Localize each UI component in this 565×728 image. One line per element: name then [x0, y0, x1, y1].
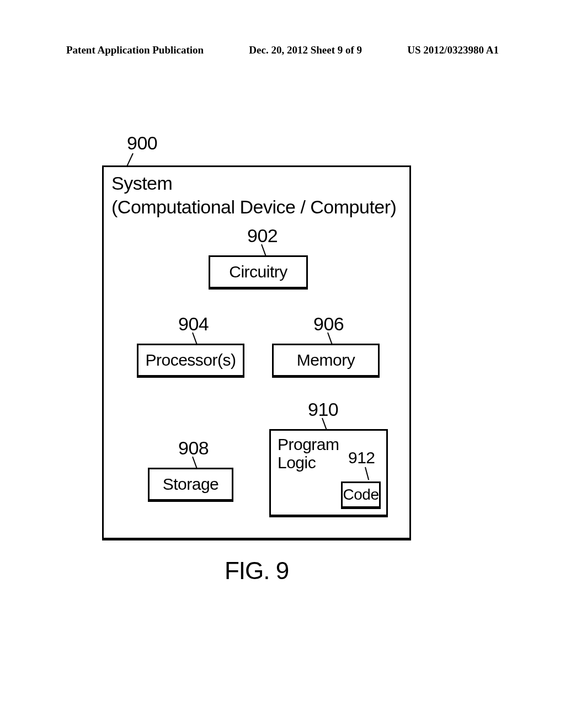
- leader-900: [127, 153, 134, 167]
- system-box: System (Computational Device / Computer)…: [102, 165, 411, 540]
- page: Patent Application Publication Dec. 20, …: [0, 0, 565, 728]
- processors-label: Processor(s): [145, 351, 236, 370]
- figure-9: 900 System (Computational Device / Compu…: [102, 160, 411, 574]
- program-logic-label-line2: Logic: [278, 453, 339, 472]
- storage-box: Storage: [148, 468, 233, 502]
- header-center: Dec. 20, 2012 Sheet 9 of 9: [249, 44, 362, 56]
- memory-label: Memory: [297, 351, 355, 370]
- program-logic-label-line1: Program: [278, 435, 339, 453]
- ref-902: 902: [247, 225, 278, 247]
- ref-906: 906: [313, 313, 344, 335]
- code-label: Code: [343, 486, 379, 504]
- header-left: Patent Application Publication: [66, 44, 204, 56]
- ref-908: 908: [178, 437, 209, 459]
- figure-caption: FIG. 9: [102, 557, 411, 585]
- memory-box: Memory: [272, 344, 380, 378]
- code-box: Code: [341, 481, 381, 509]
- system-title: System (Computational Device / Computer): [111, 172, 396, 218]
- system-title-line2: (Computational Device / Computer): [111, 195, 396, 219]
- ref-904: 904: [178, 313, 209, 335]
- ref-910: 910: [308, 399, 338, 420]
- circuitry-label: Circuitry: [229, 263, 287, 281]
- page-header: Patent Application Publication Dec. 20, …: [0, 44, 565, 56]
- ref-912: 912: [348, 448, 375, 467]
- leader-912: [365, 467, 369, 480]
- processors-box: Processor(s): [137, 344, 244, 378]
- system-title-line1: System: [111, 172, 396, 195]
- circuitry-box: Circuitry: [209, 255, 308, 290]
- ref-900: 900: [127, 132, 157, 154]
- storage-label: Storage: [163, 475, 219, 494]
- header-right: US 2012/0323980 A1: [407, 44, 499, 56]
- program-logic-box: Program Logic 912 Code: [269, 429, 388, 517]
